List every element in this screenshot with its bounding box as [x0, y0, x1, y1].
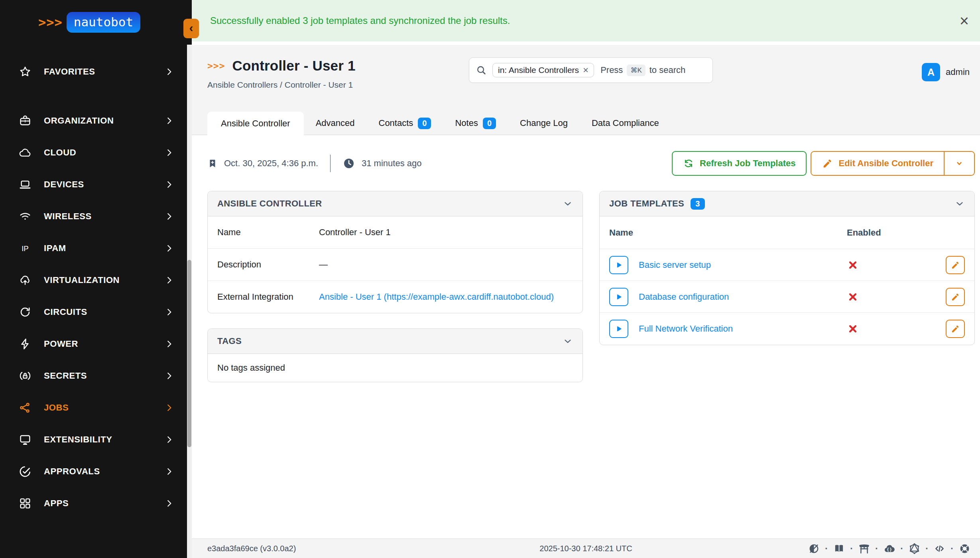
edit-job-button[interactable]: [946, 320, 965, 338]
edit-dropdown-caret-button[interactable]: [944, 152, 974, 175]
keyboard-shortcut-badge: ⌘K: [627, 65, 645, 76]
sidebar-item-label: CLOUD: [44, 147, 76, 158]
collapse-card-icon[interactable]: [563, 336, 573, 346]
chevron-right-icon: [164, 434, 174, 445]
ip-icon: IP: [18, 242, 32, 255]
refresh-job-templates-button[interactable]: Refresh Job Templates: [672, 151, 807, 176]
sidebar-item-cloud[interactable]: CLOUD: [0, 137, 192, 169]
sidebar-item-wireless[interactable]: WIRELESS: [0, 200, 192, 232]
chevron-right-icon: [164, 466, 174, 477]
tab-ansible-controller[interactable]: Ansible Controller: [207, 112, 304, 135]
play-icon: [614, 324, 624, 334]
separator-dot: ·: [900, 543, 903, 554]
pencil-icon: [950, 260, 960, 270]
close-icon[interactable]: ×: [960, 13, 969, 29]
run-job-button[interactable]: [609, 288, 628, 306]
torii-gateway-icon[interactable]: [858, 543, 870, 554]
sidebar-item-circuits[interactable]: CIRCUITS: [0, 296, 192, 328]
sidebar-item-label: SECRETS: [44, 371, 87, 381]
graphql-icon[interactable]: [909, 543, 920, 554]
external-integration-link[interactable]: Ansible - User 1 (https://example-awx.ca…: [319, 292, 554, 302]
docs-book-icon[interactable]: [833, 543, 845, 554]
sidebar-item-extensibility[interactable]: EXTENSIBILITY: [0, 424, 192, 456]
sidebar-collapse-button[interactable]: ‹: [183, 19, 199, 38]
footer: e3ada3fa69ce (v3.0.0a2) 2025-10-30 17:48…: [192, 538, 980, 558]
run-job-button[interactable]: [609, 320, 628, 338]
play-icon: [614, 292, 624, 302]
contacts-count-badge: 0: [418, 118, 431, 129]
tab-contacts[interactable]: Contacts0: [367, 112, 443, 135]
sidebar-item-ipam[interactable]: IP IPAM: [0, 232, 192, 264]
last-updated: 31 minutes ago: [362, 158, 421, 169]
run-job-button[interactable]: [609, 256, 628, 274]
collapse-card-icon[interactable]: [954, 198, 965, 209]
theme-toggle-icon[interactable]: [808, 543, 820, 554]
collapse-card-icon[interactable]: [563, 198, 573, 209]
edit-job-button[interactable]: [946, 256, 965, 274]
column-name: Name: [600, 228, 847, 238]
sidebar-item-label: JOBS: [44, 403, 69, 413]
sidebar-item-organization[interactable]: ORGANIZATION: [0, 105, 192, 137]
job-template-row: Database configuration: [600, 281, 974, 313]
disabled-x-icon: [847, 259, 859, 271]
job-template-link[interactable]: Basic server setup: [639, 260, 711, 270]
job-templates-card: JOB TEMPLATES 3 Name Enabled: [599, 191, 975, 345]
star-icon: [18, 65, 32, 79]
field-label: Description: [217, 259, 319, 271]
sidebar-item-jobs[interactable]: JOBS: [0, 392, 192, 424]
refresh-icon: [683, 158, 694, 169]
sidebar-item-approvals[interactable]: APPROVALS: [0, 456, 192, 487]
sidebar-scrollbar-thumb[interactable]: [187, 260, 191, 447]
app-root: >>> nautobot FAVORITES ORGANIZATION: [0, 0, 980, 558]
success-banner: Successfully enabled 3 job templates and…: [192, 0, 980, 41]
sidebar-item-devices[interactable]: DEVICES: [0, 169, 192, 200]
sidebar-item-label: DEVICES: [44, 179, 84, 190]
cloud-api-icon[interactable]: { }: [884, 543, 895, 554]
sidebar-item-virtualization[interactable]: VIRTUALIZATION: [0, 264, 192, 296]
tags-card: TAGS No tags assigned: [207, 328, 583, 382]
share-nodes-icon: [18, 401, 32, 415]
chevron-right-icon: [164, 371, 174, 381]
sidebar: >>> nautobot FAVORITES ORGANIZATION: [0, 0, 192, 558]
job-table-header: Name Enabled: [600, 216, 974, 249]
play-icon: [614, 260, 624, 270]
server-time: 2025-10-30 17:48:21 UTC: [539, 544, 632, 553]
tab-notes[interactable]: Notes0: [443, 112, 508, 135]
tab-advanced[interactable]: Advanced: [304, 112, 367, 135]
code-icon[interactable]: [934, 543, 945, 554]
sidebar-item-secrets[interactable]: SECRETS: [0, 360, 192, 392]
edit-job-button[interactable]: [946, 288, 965, 306]
svg-text:{ }: { }: [887, 547, 891, 551]
clock-icon: [342, 157, 355, 170]
edit-split-button: Edit Ansible Controller: [811, 151, 975, 176]
sidebar-item-power[interactable]: POWER: [0, 328, 192, 360]
chevron-right-icon: [164, 339, 174, 349]
job-template-link[interactable]: Database configuration: [639, 292, 729, 302]
nautobot-logo[interactable]: >>> nautobot: [0, 0, 192, 45]
notes-count-badge: 0: [483, 118, 496, 129]
sidebar-item-apps[interactable]: APPS: [0, 487, 192, 519]
main-area: ‹ Successfully enabled 3 job templates a…: [192, 0, 980, 558]
tab-data-compliance[interactable]: Data Compliance: [580, 112, 671, 135]
card-title: TAGS: [217, 336, 242, 346]
search-filter-chip[interactable]: in: Ansible Controllers ×: [492, 63, 594, 77]
sidebar-scrollbar[interactable]: [187, 45, 192, 558]
global-search-input[interactable]: in: Ansible Controllers × Press ⌘K to se…: [469, 57, 713, 83]
card-title: ANSIBLE CONTROLLER: [217, 198, 322, 209]
user-menu[interactable]: A admin: [922, 63, 970, 81]
sidebar-item-favorites[interactable]: FAVORITES: [0, 56, 192, 88]
sidebar-item-label: FAVORITES: [44, 67, 95, 77]
svg-text:IP: IP: [22, 244, 29, 253]
tab-change-log[interactable]: Change Log: [508, 112, 580, 135]
help-lifebuoy-icon[interactable]: [959, 543, 970, 554]
job-template-link[interactable]: Full Network Verification: [639, 324, 733, 334]
page-title: Controller - User 1: [232, 58, 356, 74]
field-row-external-integration: External Integration Ansible - User 1 (h…: [208, 281, 582, 313]
pencil-icon: [950, 324, 960, 334]
edit-ansible-controller-button[interactable]: Edit Ansible Controller: [811, 152, 944, 175]
sidebar-item-label: WIRELESS: [44, 211, 92, 222]
job-template-row: Basic server setup: [600, 249, 974, 281]
chip-remove-icon[interactable]: ×: [583, 65, 588, 75]
detail-tabs: Ansible Controller Advanced Contacts0 No…: [207, 112, 980, 135]
disabled-x-icon: [847, 291, 859, 303]
